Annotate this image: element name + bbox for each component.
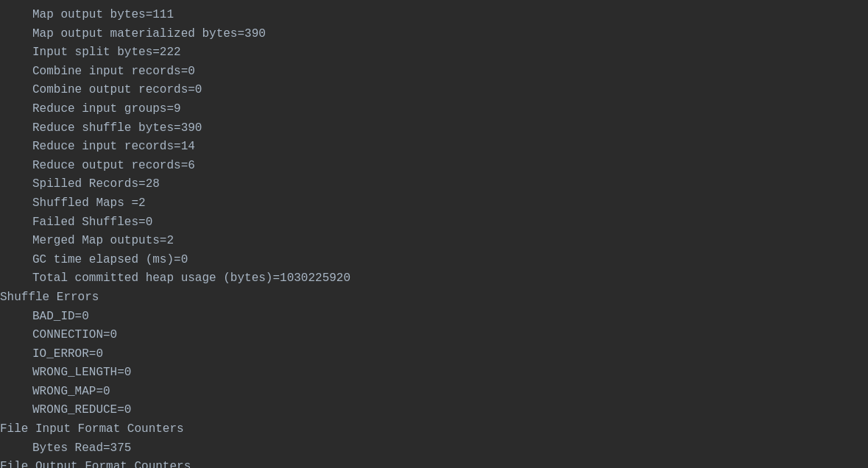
terminal-output: Map output bytes=111Map output materiali… [0,0,868,468]
terminal-line: WRONG_REDUCE=0 [0,401,868,420]
terminal-line: Reduce input records=14 [0,138,868,157]
terminal-line: Total committed heap usage (bytes)=10302… [0,269,868,288]
terminal-line: Shuffled Maps =2 [0,194,868,213]
terminal-line: IO_ERROR=0 [0,345,868,364]
terminal-line: Shuffle Errors [0,288,868,308]
terminal-line: Reduce input groups=9 [0,100,868,119]
terminal-line: WRONG_MAP=0 [0,383,868,402]
terminal-line: Reduce shuffle bytes=390 [0,119,868,138]
terminal-line: GC time elapsed (ms)=0 [0,251,868,270]
terminal-line: Combine input records=0 [0,63,868,82]
terminal-line: Combine output records=0 [0,81,868,100]
terminal-line: Map output bytes=111 [0,6,868,25]
terminal-line: Input split bytes=222 [0,43,868,63]
terminal-line: CONNECTION=0 [0,326,868,345]
terminal-line: File Output Format Counters [0,458,868,468]
terminal-line: File Input Format Counters [0,420,868,439]
terminal-line: Failed Shuffles=0 [0,213,868,233]
terminal-line: Reduce output records=6 [0,157,868,176]
terminal-line: Spilled Records=28 [0,175,868,194]
terminal-line: Bytes Read=375 [0,439,868,458]
terminal-line: Map output materialized bytes=390 [0,25,868,44]
terminal-line: WRONG_LENGTH=0 [0,364,868,383]
terminal-line: Merged Map outputs=2 [0,232,868,251]
terminal-line: BAD_ID=0 [0,308,868,327]
